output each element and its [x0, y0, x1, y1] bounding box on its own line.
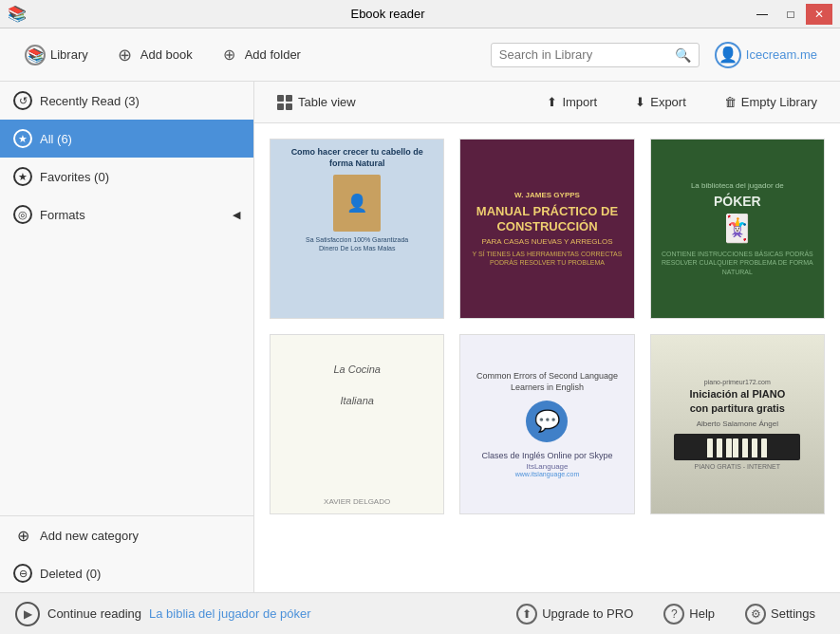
grid-view-icon — [277, 95, 292, 110]
book2-cover-inner: W. JAMES GYPPS MANUAL PRÁCTICO DE CONSTR… — [460, 140, 633, 318]
formats-icon: ◎ — [13, 205, 32, 224]
book-card-3[interactable]: La biblioteca del jugador de PÓKER 🃏 CON… — [650, 139, 825, 319]
window-controls: — □ ✕ — [749, 4, 832, 25]
book-card-6[interactable]: piano-primeur172.com Iniciación al PIANO… — [650, 334, 825, 514]
add-folder-button[interactable]: ⊕ Add folder — [210, 39, 310, 71]
main-area: ↺ Recently Read (3) ★ All (6) ★ Favorite… — [0, 82, 840, 592]
recently-read-icon: ↺ — [13, 91, 32, 110]
title-bar: 📚 Ebook reader — □ ✕ — [0, 0, 840, 28]
bottom-bar: ▶ Continue reading La biblia del jugador… — [0, 592, 840, 634]
export-icon: ⬇ — [635, 95, 645, 109]
toolbar: 📚 Library ⊕ Add book ⊕ Add folder 🔍 👤 Ic… — [0, 28, 840, 82]
add-folder-icon: ⊕ — [219, 45, 240, 65]
book4-cover-inner: La CocinaItaliana XAVIER DELGADO — [271, 335, 443, 513]
export-button[interactable]: ⬇ Export — [627, 91, 694, 113]
sidebar-item-all[interactable]: ★ All (6) — [0, 120, 253, 158]
sidebar-item-formats[interactable]: ◎ Formats ◀ — [0, 196, 253, 233]
settings-button[interactable]: ⚙ Settings — [736, 600, 825, 628]
settings-icon: ⚙ — [745, 604, 766, 625]
book-cover-6: piano-primeur172.com Iniciación al PIANO… — [651, 335, 824, 513]
book1-cover-inner: Como hacer crecer tu cabello de forma Na… — [271, 140, 443, 318]
book-cover-3: La biblioteca del jugador de PÓKER 🃏 CON… — [651, 140, 824, 318]
book-grid: Como hacer crecer tu cabello de forma Na… — [254, 123, 840, 592]
book-cover-1: Como hacer crecer tu cabello de forma Na… — [271, 140, 443, 318]
user-avatar: 👤 — [715, 42, 741, 68]
book5-cover-inner: Common Errors of Second Language Learner… — [460, 335, 633, 513]
help-button[interactable]: ? Help — [654, 600, 724, 628]
user-button[interactable]: 👤 Icecream.me — [707, 38, 825, 72]
book-cover-5: Common Errors of Second Language Learner… — [460, 335, 633, 513]
maximize-button[interactable]: □ — [777, 4, 804, 25]
content-header: Table view ⬆ Import ⬇ Export 🗑 Empty Lib… — [254, 82, 840, 123]
sidebar-bottom: ⊕ Add new category ⊖ Deleted (0) — [0, 515, 253, 592]
search-input[interactable] — [499, 47, 675, 62]
add-category-icon: ⊕ — [13, 526, 32, 545]
book-cover-4: La CocinaItaliana XAVIER DELGADO — [271, 335, 443, 513]
book-card-4[interactable]: La CocinaItaliana XAVIER DELGADO — [270, 334, 444, 514]
add-book-icon: ⊕ — [115, 45, 136, 65]
continue-reading-button[interactable]: ▶ Continue reading La biblia del jugador… — [15, 602, 311, 626]
book-card-1[interactable]: Como hacer crecer tu cabello de forma Na… — [270, 139, 444, 319]
upgrade-button[interactable]: ⬆ Upgrade to PRO — [507, 600, 643, 628]
sidebar-item-favorites[interactable]: ★ Favorites (0) — [0, 158, 253, 196]
book-card-2[interactable]: W. JAMES GYPPS MANUAL PRÁCTICO DE CONSTR… — [459, 139, 634, 319]
sidebar-item-deleted[interactable]: ⊖ Deleted (0) — [0, 554, 253, 592]
table-view-button[interactable]: Table view — [270, 91, 364, 114]
title-bar-left: 📚 — [8, 5, 27, 23]
trash-icon: 🗑 — [724, 95, 737, 109]
book-card-5[interactable]: Common Errors of Second Language Learner… — [459, 334, 634, 514]
sidebar-item-add-category[interactable]: ⊕ Add new category — [0, 516, 253, 554]
minimize-button[interactable]: — — [749, 4, 775, 25]
search-box[interactable]: 🔍 — [491, 43, 700, 67]
help-icon: ? — [663, 604, 684, 625]
continue-title: La biblia del jugador de póker — [149, 606, 311, 621]
empty-library-button[interactable]: 🗑 Empty Library — [717, 91, 825, 113]
add-book-button[interactable]: ⊕ Add book — [105, 39, 202, 71]
window-title: Ebook reader — [27, 7, 749, 21]
book3-cover-inner: La biblioteca del jugador de PÓKER 🃏 CON… — [651, 140, 824, 318]
app-icon: 📚 — [8, 5, 27, 23]
upgrade-icon: ⬆ — [516, 604, 537, 625]
formats-arrow: ◀ — [233, 209, 240, 221]
favorites-icon: ★ — [13, 167, 32, 186]
search-icon: 🔍 — [675, 47, 691, 63]
import-icon: ⬆ — [547, 95, 557, 109]
close-button[interactable]: ✕ — [806, 4, 832, 25]
all-icon: ★ — [13, 129, 32, 148]
import-button[interactable]: ⬆ Import — [539, 91, 605, 113]
sidebar-item-recently-read[interactable]: ↺ Recently Read (3) — [0, 82, 253, 120]
library-icon: 📚 — [25, 45, 46, 65]
content: Table view ⬆ Import ⬇ Export 🗑 Empty Lib… — [254, 82, 840, 592]
sidebar: ↺ Recently Read (3) ★ All (6) ★ Favorite… — [0, 82, 254, 592]
book-cover-2: W. JAMES GYPPS MANUAL PRÁCTICO DE CONSTR… — [460, 140, 633, 318]
library-button[interactable]: 📚 Library — [15, 39, 98, 71]
book6-cover-inner: piano-primeur172.com Iniciación al PIANO… — [651, 335, 824, 513]
deleted-icon: ⊖ — [13, 564, 32, 583]
play-icon: ▶ — [15, 602, 40, 626]
